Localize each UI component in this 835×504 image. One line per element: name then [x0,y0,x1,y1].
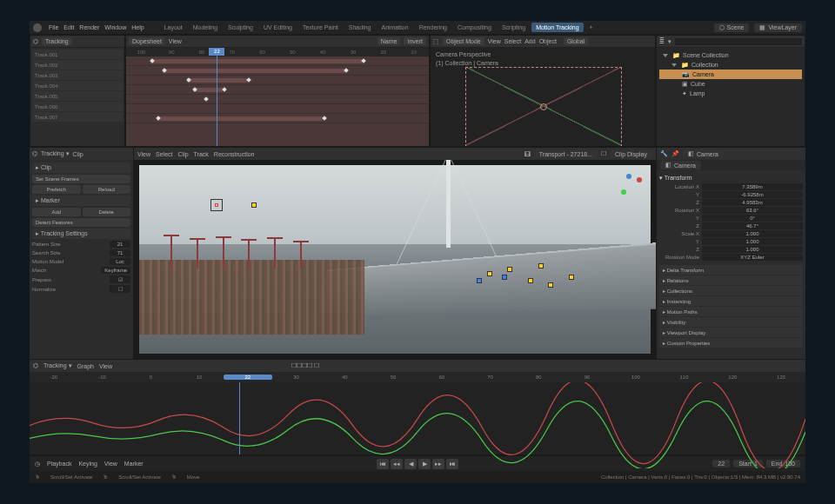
outliner-row-lamp[interactable]: ✦Lamp [659,89,802,98]
marker-section-header[interactable]: ▸ Marker [32,196,130,206]
invert-toggle[interactable]: Invert [404,37,426,45]
prefetch-button[interactable]: Prefetch [32,185,81,194]
track-point-selected[interactable] [477,278,482,283]
outliner-filter-icon[interactable]: ▾ [668,38,671,45]
proxy-icon[interactable]: ☐ [601,150,606,157]
clip-canvas[interactable] [134,160,656,359]
tab-motion-tracking[interactable]: Motion Tracking [531,23,583,32]
tracker-marker[interactable] [210,199,223,211]
visibility-section[interactable]: ▸ Visibility [659,317,803,327]
custom-properties-section[interactable]: ▸ Custom Properties [659,338,803,348]
vp-select-menu[interactable]: Select [504,38,521,44]
prepass-checkbox[interactable]: ☑ [110,275,130,283]
graph-view-menu[interactable]: View [99,363,112,369]
playhead[interactable]: 22 [209,48,224,56]
track-point[interactable] [251,202,257,208]
tracking-mode-select[interactable]: Tracking ▾ [43,362,72,369]
object-mode-select[interactable]: Object Mode [443,37,484,45]
instancing-section[interactable]: ▸ Instancing [659,296,803,306]
filter-icon[interactable]: ☐☐☐☐ ☐ [291,362,319,369]
orientation-select[interactable]: Global [564,37,588,45]
graph-body[interactable]: -20-100102230405060708090100110120125 [30,372,805,454]
pin-icon[interactable]: 📌 [671,150,679,157]
rotation-z-input[interactable]: 46.7° [702,222,803,229]
pattern-size-input[interactable]: 21 [110,241,130,248]
jump-end-button[interactable]: ⏭ [446,459,458,469]
outliner-search-input[interactable] [675,38,802,45]
menu-render[interactable]: Render [79,24,99,30]
outliner-row-cube[interactable]: ▣Cube [659,79,802,89]
location-z-input[interactable]: 4.9583m [702,199,803,206]
tab-rendering[interactable]: Rendering [415,23,451,32]
track-row[interactable]: Track.002 [32,60,123,70]
track-row[interactable]: Track.001 [32,50,123,59]
track-point[interactable] [487,271,492,276]
disclosure-icon[interactable] [663,54,668,57]
location-y-input[interactable]: -6.9258m [702,191,803,198]
add-marker-button[interactable]: Add [32,208,81,216]
tab-add[interactable]: + [585,23,598,32]
outliner-row[interactable]: 📁Collection [659,60,802,70]
motion-paths-section[interactable]: ▸ Motion Paths [659,307,803,316]
delta-transform-section[interactable]: ▸ Delta Transform [659,265,803,275]
dopesheet-body[interactable]: 100908070605040302010 22 [126,48,429,146]
rotation-mode-select[interactable]: XYZ Euler [702,254,803,261]
track-row[interactable]: Track.005 [32,91,123,101]
dopesheet-view-menu[interactable]: View [169,38,182,44]
prev-keyframe-button[interactable]: ◂◂ [391,459,403,469]
tab-animation[interactable]: Animation [377,23,413,32]
graph-canvas[interactable] [30,382,805,454]
jump-start-button[interactable]: ⏮ [377,459,389,469]
editor-type-icon[interactable]: 🔧 [660,150,668,157]
scale-y-input[interactable]: 1.000 [702,238,803,245]
editor-type-icon[interactable]: ⌬ [33,362,38,369]
vp-object-menu[interactable]: Object [539,38,557,44]
graph-mode-select[interactable]: Graph [77,363,94,369]
tab-sculpting[interactable]: Sculpting [224,23,257,32]
clip-track-menu[interactable]: Track [194,151,209,157]
clip-reconstruction-menu[interactable]: Reconstruction [214,151,255,157]
clip-display-popover[interactable]: Clip Display [610,150,652,158]
scene-selector[interactable]: ⬡Scene [714,23,750,32]
scale-x-input[interactable]: 1.000 [702,230,803,237]
tab-shading[interactable]: Shading [344,23,376,32]
tracking-mode-select[interactable]: Tracking ▾ [41,150,70,157]
clip-section-header[interactable]: ▸ Clip [32,162,130,173]
play-button[interactable]: ▶ [418,459,431,469]
menu-file[interactable]: File [49,24,58,30]
transform-section[interactable]: ▾ Transform [659,173,803,183]
motion-model-select[interactable]: Loc [110,258,130,265]
menu-window[interactable]: Window [104,24,126,30]
track-row[interactable]: Track.003 [32,70,123,80]
clip-select-menu[interactable]: Select [156,151,172,157]
track-point[interactable] [507,267,512,272]
track-point[interactable] [528,278,533,283]
track-row[interactable]: Track.007 [32,112,123,122]
editor-type-icon[interactable]: ⬚ [433,38,439,45]
search-size-input[interactable]: 71 [110,249,130,256]
props-breadcrumb[interactable]: ◧ Camera [683,149,724,158]
menu-edit[interactable]: Edit [63,24,74,30]
relations-section[interactable]: ▸ Relations [659,275,803,285]
track-point[interactable] [538,263,544,269]
track-point-selected[interactable] [502,275,507,280]
viewport-display-section[interactable]: ▸ Viewport Display [659,328,803,337]
track-row[interactable]: Track.006 [32,102,123,111]
navigation-gizmo[interactable] [619,174,642,196]
collections-section[interactable]: ▸ Collections [659,286,803,295]
location-x-input[interactable]: 7.3589m [702,183,803,190]
tab-texpaint[interactable]: Texture Paint [298,23,343,32]
editor-type-icon[interactable]: ⌬ [32,150,37,157]
delete-marker-button[interactable]: Delete [83,208,131,216]
track-point[interactable] [569,275,574,280]
viewlayer-selector[interactable]: ▦ViewLayer [754,23,802,32]
tab-uv[interactable]: UV Editing [259,23,297,32]
sort-select[interactable]: Name [377,37,401,45]
detect-features-button[interactable]: Detect Features [32,218,130,227]
outliner-row[interactable]: 📁Scene Collection [659,50,802,60]
settings-section-header[interactable]: ▸ Tracking Settings [32,229,130,239]
clip-name-field[interactable]: Transport - 27218... [534,150,598,158]
next-keyframe-button[interactable]: ▸▸ [432,459,444,469]
set-scene-frames-button[interactable]: Set Scene Frames [32,175,130,183]
tab-layout[interactable]: Layout [160,23,187,32]
